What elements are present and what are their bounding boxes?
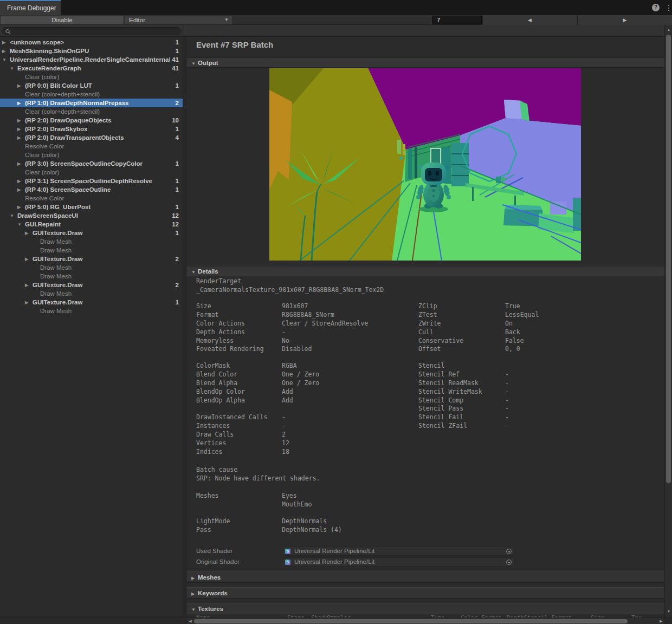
tree-row[interactable]: ▶(RP 0:0) Blit Color LUT1 xyxy=(0,81,183,90)
detail-row: MemorylessNo xyxy=(196,337,368,346)
disable-button[interactable]: Disable xyxy=(1,16,124,24)
tree-row[interactable]: Clear (color+depth+stencil) xyxy=(0,107,183,116)
tree-row-count: 1 xyxy=(173,160,183,167)
tree-row[interactable]: Draw Mesh xyxy=(0,307,183,315)
horizontal-scrollbar[interactable]: ◀ ▶ xyxy=(187,618,664,624)
batch-cause: Batch cause SRP: Node have different sha… xyxy=(196,466,320,483)
tree-row-label: Resolve Color xyxy=(25,195,177,202)
previous-event-button[interactable]: ◀ xyxy=(482,15,577,25)
expand-icon[interactable]: ▶ xyxy=(17,179,25,184)
bottom-bar: ◀ ▶ xyxy=(0,618,672,624)
detail-row: DrawInstanced Calls- xyxy=(196,413,319,422)
tree-row-label: (RP 0:0) Blit Color LUT xyxy=(25,82,173,89)
tree-row[interactable]: Draw Mesh xyxy=(0,289,183,298)
tree-row[interactable]: ▶GUITexture.Draw1 xyxy=(0,229,183,237)
vertical-scrollbar-thumb[interactable] xyxy=(666,35,671,483)
expand-icon[interactable]: ▶ xyxy=(25,257,33,262)
tree-row-label: DrawScreenSpaceUI xyxy=(17,212,170,219)
scroll-right-icon[interactable]: ▶ xyxy=(658,618,664,624)
expand-icon[interactable]: ▶ xyxy=(17,127,25,132)
tree-row[interactable]: ▼ExecuteRenderGraph41 xyxy=(0,64,183,73)
tree-row[interactable]: ▶(RP 2:0) DrawSkybox1 xyxy=(0,125,183,133)
tab-frame-debugger[interactable]: Frame Debugger xyxy=(0,0,61,15)
tree-row[interactable]: Clear (color) xyxy=(0,73,183,81)
help-icon[interactable]: ? xyxy=(652,4,660,11)
vertical-scrollbar[interactable]: ▲ ▼ xyxy=(664,25,672,618)
tree-row[interactable]: ▶GUITexture.Draw1 xyxy=(0,298,183,307)
tree-row[interactable]: ▼DrawScreenSpaceUI12 xyxy=(0,211,183,220)
tree-row[interactable]: ▶GUITexture.Draw2 xyxy=(0,281,183,289)
tree-row[interactable]: ▶(RP 3:1) ScreenSpaceOutlineDepthResolve… xyxy=(0,177,183,185)
detail-row: BlendOp ColorAdd xyxy=(196,388,319,396)
tree-row[interactable]: ▶(RP 5:0) RG_UberPost1 xyxy=(0,203,183,211)
object-picker-icon[interactable] xyxy=(506,549,512,554)
expand-icon[interactable]: ▶ xyxy=(25,231,33,236)
kebab-menu-icon[interactable]: ⋮ xyxy=(665,3,672,12)
keywords-section-header[interactable]: ▶Keywords xyxy=(187,587,664,599)
event-number-field[interactable]: 7 xyxy=(432,16,482,24)
tree-row-count: 1 xyxy=(173,299,183,306)
tree-row[interactable]: ▶(RP 3:0) ScreenSpaceOutlineCopyColor1 xyxy=(0,159,183,168)
tree-row-count: 1 xyxy=(173,39,183,46)
scroll-left-icon[interactable]: ◀ xyxy=(187,618,193,624)
tree-row[interactable]: Clear (color+depth+stencil) xyxy=(0,90,183,99)
expand-icon[interactable]: ▶ xyxy=(2,40,10,45)
tree-row[interactable]: ▼UniversalRenderPipeline.RenderSingleCam… xyxy=(0,55,183,64)
foldout-closed-icon: ▶ xyxy=(191,589,198,600)
expand-icon[interactable]: ▶ xyxy=(17,118,25,123)
tree-row[interactable]: ▶<unknown scope>1 xyxy=(0,38,183,47)
output-render-preview[interactable] xyxy=(269,68,581,261)
tree-row[interactable]: Draw Mesh xyxy=(0,272,183,281)
used-shader-field[interactable]: S Universal Render Pipeline/Lit xyxy=(282,547,515,556)
lightmode-pass: LightModeDepthNormalsPassDepthNormals (4… xyxy=(196,517,342,535)
tree-row[interactable]: ▼GUI.Repaint12 xyxy=(0,220,183,229)
expand-icon[interactable]: ▶ xyxy=(17,187,25,192)
next-event-button[interactable]: ▶ xyxy=(577,15,672,25)
scroll-up-icon[interactable]: ▲ xyxy=(665,26,672,34)
tree-row[interactable]: Draw Mesh xyxy=(0,263,183,272)
tree-row[interactable]: Resolve Color xyxy=(0,194,183,203)
expand-icon[interactable]: ▶ xyxy=(17,101,25,106)
tree-row[interactable]: ▶(RP 2:0) DrawTransparentObjects4 xyxy=(0,133,183,142)
expand-icon[interactable]: ▶ xyxy=(17,161,25,166)
object-picker-icon[interactable] xyxy=(506,560,512,565)
textures-section-header[interactable]: ▼Textures xyxy=(187,603,664,614)
tree-row[interactable]: Clear (color) xyxy=(0,151,183,159)
frame-debugger-window: Frame Debugger ? ⋮ Disable Editor ▼ 7 ◀ … xyxy=(0,0,672,624)
search-input[interactable] xyxy=(2,27,181,35)
expand-icon[interactable]: ▶ xyxy=(17,205,25,210)
output-section-header[interactable]: ▼Output xyxy=(187,57,664,68)
horizontal-scrollbar-thumb[interactable] xyxy=(194,619,628,623)
collapse-icon[interactable]: ▼ xyxy=(10,213,17,218)
tree-row[interactable]: ▶GUITexture.Draw2 xyxy=(0,255,183,263)
tree-row[interactable]: ▶MeshSkinning.SkinOnGPU1 xyxy=(0,47,183,55)
original-shader-field[interactable]: S Universal Render Pipeline/Lit xyxy=(282,557,515,567)
meshes-section-header[interactable]: ▶Meshes xyxy=(187,571,664,583)
tree-row[interactable]: Draw Mesh xyxy=(0,246,183,255)
tree-row[interactable]: Draw Mesh xyxy=(0,237,183,246)
expand-icon[interactable]: ▶ xyxy=(17,83,25,88)
collapse-icon[interactable]: ▼ xyxy=(17,222,25,227)
target-select-dropdown[interactable]: Editor ▼ xyxy=(125,16,233,24)
expand-icon[interactable]: ▶ xyxy=(25,300,33,305)
detail-row: BlendOp AlphaAdd xyxy=(196,396,319,405)
panel-splitter[interactable] xyxy=(183,25,183,618)
tree-row-label: GUI.Repaint xyxy=(25,221,170,227)
expand-icon[interactable]: ▶ xyxy=(2,49,10,54)
tree-row[interactable]: Clear (color) xyxy=(0,168,183,177)
tree-row[interactable]: ▶(RP 1:0) DrawDepthNormalPrepass2 xyxy=(0,99,183,107)
tree-row-label: (RP 4:0) ScreenSpaceOutline xyxy=(25,186,173,193)
details-section-header[interactable]: ▼Details xyxy=(187,266,664,276)
tree-row-label: Clear (color+depth+stencil) xyxy=(25,91,177,98)
tree-row[interactable]: ▶(RP 4:0) ScreenSpaceOutline1 xyxy=(0,185,183,194)
expand-icon[interactable]: ▶ xyxy=(17,135,25,140)
detail-row: Instances- xyxy=(196,422,319,431)
tree-row-label: UniversalRenderPipeline.RenderSingleCame… xyxy=(10,56,170,63)
tree-row[interactable]: ▶(RP 2:0) DrawOpaqueObjects10 xyxy=(0,116,183,125)
collapse-icon[interactable]: ▼ xyxy=(10,66,17,71)
scroll-down-icon[interactable]: ▼ xyxy=(665,608,672,615)
tree-row[interactable]: Resolve Color xyxy=(0,142,183,151)
expand-icon[interactable]: ▶ xyxy=(25,283,33,288)
collapse-icon[interactable]: ▼ xyxy=(2,57,10,62)
detail-row: ZWriteOn xyxy=(418,320,539,328)
